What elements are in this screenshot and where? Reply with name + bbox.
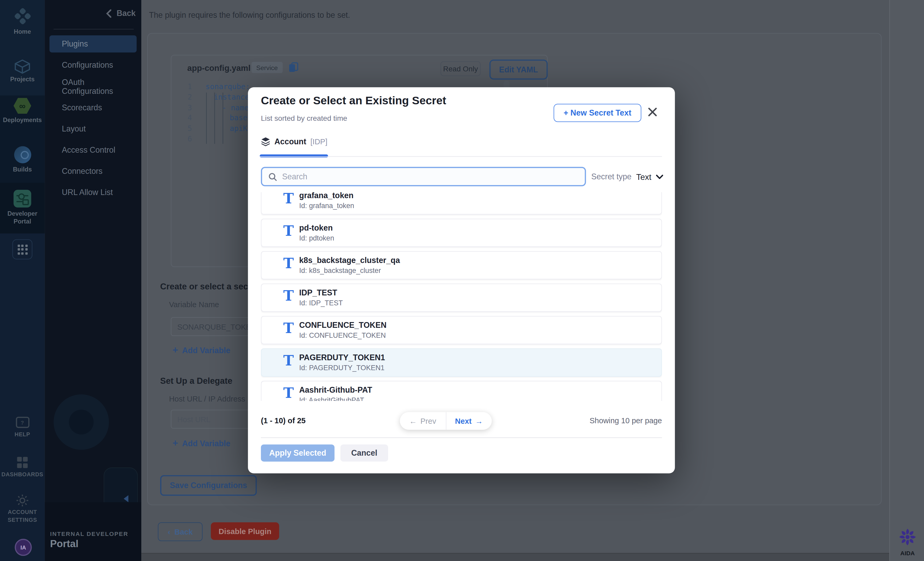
- yaml-editor[interactable]: 1sonarqube: 2instances 3- name 4baseU 5a…: [177, 81, 254, 144]
- secret-type-value: Text: [636, 172, 651, 181]
- right-rail: AIDA: [889, 0, 924, 561]
- secret-type-dropdown[interactable]: Secret type Text: [577, 167, 663, 186]
- secret-row-pd-token[interactable]: T pd-token Id: pdtoken: [261, 219, 662, 247]
- rail-item-home[interactable]: Home: [0, 9, 45, 35]
- indent-guide: [206, 93, 206, 144]
- secret-row-aashrit-github-pat[interactable]: T Aashrit-Github-PAT Id: AashritGithubPA…: [261, 381, 662, 401]
- sidebar-item-oauth-configurations[interactable]: OAuth Configurations: [50, 78, 136, 95]
- rail-item-label: ACCOUNT: [0, 508, 45, 516]
- plugin-sidebar: Back Plugins Configurations OAuth Config…: [45, 0, 141, 561]
- divider: [54, 29, 134, 29]
- aida-button[interactable]: AIDA: [898, 528, 917, 556]
- secret-row-idp-test[interactable]: T IDP_TEST Id: IDP_TEST: [261, 284, 662, 312]
- code-line: 1sonarqube:: [177, 81, 254, 92]
- user-avatar[interactable]: IA: [15, 539, 32, 556]
- delegate-section-title: Set Up a Delegate: [160, 376, 232, 386]
- cancel-button[interactable]: Cancel: [340, 444, 388, 462]
- next-page-button[interactable]: Next →: [446, 412, 492, 430]
- disable-plugin-label: Disable Plugin: [219, 527, 272, 535]
- sidebar-item-url-allow-list[interactable]: URL Allow List: [50, 184, 136, 201]
- sidebar-item-configurations[interactable]: Configurations: [50, 56, 136, 74]
- dialog-footer-divider: [261, 437, 662, 438]
- secret-name: k8s_backstage_cluster_qa: [299, 256, 400, 265]
- rail-item-developer-portal[interactable]: Developer Portal: [0, 190, 45, 225]
- disable-plugin-button[interactable]: Disable Plugin: [211, 522, 279, 540]
- search-placeholder: Search: [282, 172, 307, 181]
- secret-section-title: Create or select a secret: [160, 282, 259, 291]
- secret-name: CONFLUENCE_TOKEN: [299, 321, 387, 329]
- edit-yaml-button[interactable]: Edit YAML: [489, 60, 548, 80]
- rail-item-dashboards[interactable]: DASHBOARDS: [0, 456, 45, 478]
- rail-item-label: DASHBOARDS: [0, 470, 45, 478]
- sidebar-item-plugins[interactable]: Plugins: [50, 35, 136, 52]
- pagination-pill: ← Prev Next →: [400, 412, 492, 430]
- rail-item-deployments[interactable]: ∞ Deployments: [0, 98, 45, 124]
- secret-row-pagerduty-token1[interactable]: T PAGERDUTY_TOKEN1 Id: PAGERDUTY_TOKEN1: [261, 349, 662, 377]
- rail-item-label: Projects: [0, 75, 45, 83]
- tab-account-idp[interactable]: Account [IDP]: [261, 137, 327, 146]
- host-url-label: Host URL / IP Address: [169, 394, 245, 403]
- secret-name: IDP_TEST: [299, 288, 337, 297]
- tab-label: Account: [274, 137, 306, 146]
- chevron-left-icon: [106, 9, 111, 18]
- rail-item-builds[interactable]: Builds: [0, 146, 45, 173]
- secret-id: Id: PAGERDUTY_TOKEN1: [299, 364, 385, 372]
- tab-divider: [260, 156, 662, 157]
- variable-name-label: Variable Name: [169, 300, 219, 309]
- secret-type-label: Secret type: [591, 172, 632, 181]
- text-secret-icon: T: [284, 192, 294, 206]
- service-badge: Service: [252, 62, 283, 73]
- sidebar-collapse-icon[interactable]: [124, 495, 129, 502]
- avatar-initials: IA: [15, 539, 32, 556]
- read-only-button[interactable]: Read Only: [441, 62, 480, 76]
- dashboards-icon: [17, 457, 28, 468]
- save-configurations-button[interactable]: Save Configurations: [160, 475, 257, 496]
- sidebar-item-layout[interactable]: Layout: [50, 120, 136, 137]
- save-configurations-label: Save Configurations: [170, 481, 247, 490]
- sidebar-item-label: Plugins: [62, 39, 88, 48]
- new-secret-text-button[interactable]: + New Secret Text: [554, 104, 641, 122]
- search-input[interactable]: Search: [261, 167, 586, 186]
- secret-row-k8s-backstage-cluster-qa[interactable]: T k8s_backstage_cluster_qa Id: k8s_backs…: [261, 251, 662, 280]
- pagination-range: (1 - 10) of 25: [261, 416, 306, 425]
- text-secret-icon: T: [284, 224, 294, 238]
- prev-page-button[interactable]: ← Prev: [400, 412, 446, 430]
- rail-item-label: Builds: [0, 166, 45, 173]
- edit-yaml-label: Edit YAML: [499, 65, 538, 74]
- secret-id: Id: IDP_TEST: [299, 299, 343, 307]
- apply-selected-button[interactable]: Apply Selected: [261, 444, 334, 462]
- close-icon[interactable]: [648, 107, 657, 117]
- secret-row-grafana-token[interactable]: T grafana_token Id: grafana_token: [261, 192, 662, 215]
- sidebar-item-scorecards[interactable]: Scorecards: [50, 99, 136, 116]
- sidebar-item-label: Scorecards: [62, 103, 102, 112]
- chevron-down-icon: [656, 174, 663, 179]
- read-only-label: Read Only: [443, 65, 478, 73]
- bottom-scrollbar-band[interactable]: [141, 553, 889, 561]
- sidebar-back-button[interactable]: Back: [106, 9, 135, 18]
- tab-scope: [IDP]: [310, 137, 327, 146]
- footer-eyebrow: INTERNAL DEVELOPER: [50, 531, 129, 537]
- cancel-label: Cancel: [351, 448, 377, 457]
- rail-item-help[interactable]: ? HELP: [0, 417, 45, 438]
- module-rail: Home Projects ∞ Deployments Builds Devel…: [0, 0, 45, 561]
- add-variable-button-2[interactable]: + Add Variable: [172, 438, 230, 448]
- add-variable-label: Add Variable: [182, 346, 230, 355]
- rail-item-projects[interactable]: Projects: [0, 59, 45, 83]
- search-icon: [268, 173, 277, 181]
- rail-item-account-settings[interactable]: ACCOUNT SETTINGS: [0, 494, 45, 523]
- sidebar-item-connectors[interactable]: Connectors: [50, 162, 136, 180]
- add-variable-button[interactable]: + Add Variable: [172, 345, 230, 355]
- copy-icon[interactable]: [289, 62, 298, 73]
- module-picker-button[interactable]: [12, 239, 32, 260]
- secret-name: pd-token: [299, 224, 333, 232]
- sidebar-illustration-circle: [54, 394, 109, 450]
- secret-id: Id: k8s_backstage_cluster: [299, 266, 381, 275]
- code-line: 2instances: [177, 92, 254, 102]
- text-secret-icon: T: [284, 256, 294, 271]
- sidebar-item-label: Configurations: [62, 61, 113, 69]
- secret-row-confluence-token[interactable]: T CONFLUENCE_TOKEN Id: CONFLUENCE_TOKEN: [261, 316, 662, 344]
- add-variable-label: Add Variable: [182, 439, 230, 448]
- sidebar-item-access-control[interactable]: Access Control: [50, 141, 136, 158]
- back-button[interactable]: ‹ Back: [158, 522, 202, 541]
- text-secret-icon: T: [284, 354, 294, 368]
